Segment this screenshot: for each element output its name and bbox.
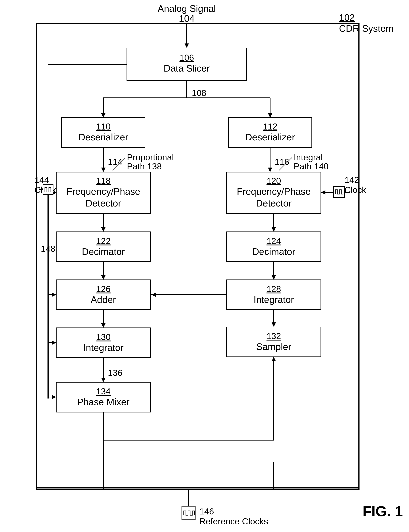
integrator-right-num: 128: [267, 284, 281, 294]
integral-path-num: Path 140: [294, 162, 328, 171]
fpd-right-label1: Frequency/Phase: [237, 186, 311, 197]
fig-label: FIG. 1: [363, 503, 403, 519]
fpd-left-num: 118: [96, 176, 111, 186]
cdr-system-label: CDR System: [339, 23, 393, 34]
fpd-left-label2: Detector: [85, 198, 121, 208]
fpd-right-label2: Detector: [256, 198, 292, 208]
analog-signal-label: Analog Signal: [158, 3, 216, 14]
fpd-right-num: 120: [267, 176, 281, 186]
integrator-left-label: Integrator: [83, 342, 124, 353]
fpd-left-label1: Frequency/Phase: [66, 186, 140, 197]
ref-clocks-num: 146: [199, 507, 214, 516]
node-136: 136: [108, 368, 122, 378]
data-slicer-num: 106: [179, 53, 194, 63]
node-108: 108: [192, 88, 206, 98]
phase-mixer-num: 134: [96, 387, 111, 396]
integrator-right-label: Integrator: [254, 294, 294, 305]
adder-num: 126: [96, 284, 111, 294]
node-116: 116: [275, 157, 289, 167]
diagram-container: 102 CDR System Analog Signal 104 106 Dat…: [0, 0, 409, 532]
clock-right-num: 142: [344, 175, 359, 185]
svg-rect-0: [0, 0, 409, 532]
analog-signal-num: 104: [179, 13, 195, 24]
deserializer-right-num: 112: [263, 122, 277, 131]
integral-path-label: Integral: [294, 153, 323, 162]
ref-clocks-label: Reference Clocks: [199, 517, 268, 526]
deserializer-right-label: Deserializer: [245, 132, 295, 142]
decimator-right-num: 124: [267, 236, 281, 246]
deserializer-left-num: 110: [96, 122, 111, 131]
decimator-right-label: Decimator: [252, 246, 295, 257]
proportional-path-num: Path 138: [127, 162, 162, 171]
svg-rect-71: [43, 184, 53, 195]
proportional-path-label: Proportional: [127, 153, 174, 162]
clock-right-label: Clock: [344, 185, 366, 195]
decimator-left-num: 122: [96, 236, 111, 246]
sampler-num: 132: [267, 331, 281, 341]
cdr-system-num: 102: [339, 12, 355, 23]
phase-mixer-label: Phase Mixer: [77, 397, 130, 407]
sampler-label: Sampler: [256, 342, 291, 352]
node-114: 114: [108, 157, 122, 167]
integrator-left-num: 130: [96, 332, 111, 342]
deserializer-left-label: Deserializer: [78, 132, 128, 142]
decimator-left-label: Decimator: [82, 246, 125, 257]
data-slicer-label: Data Slicer: [164, 63, 210, 73]
adder-label: Adder: [91, 294, 116, 305]
